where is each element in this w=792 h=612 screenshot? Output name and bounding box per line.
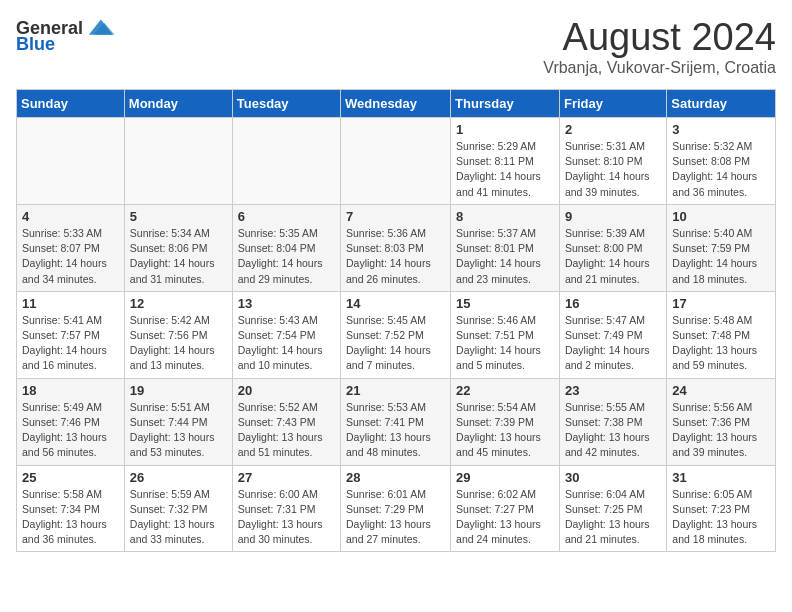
day-number: 17: [672, 296, 770, 311]
day-number: 7: [346, 209, 445, 224]
calendar-cell: 30Sunrise: 6:04 AM Sunset: 7:25 PM Dayli…: [559, 465, 666, 552]
day-number: 29: [456, 470, 554, 485]
day-info: Sunrise: 5:47 AM Sunset: 7:49 PM Dayligh…: [565, 313, 661, 374]
day-info: Sunrise: 5:52 AM Sunset: 7:43 PM Dayligh…: [238, 400, 335, 461]
calendar-cell: 3Sunrise: 5:32 AM Sunset: 8:08 PM Daylig…: [667, 118, 776, 205]
calendar-cell: 15Sunrise: 5:46 AM Sunset: 7:51 PM Dayli…: [451, 291, 560, 378]
calendar-cell: 7Sunrise: 5:36 AM Sunset: 8:03 PM Daylig…: [341, 204, 451, 291]
day-info: Sunrise: 5:56 AM Sunset: 7:36 PM Dayligh…: [672, 400, 770, 461]
day-info: Sunrise: 5:53 AM Sunset: 7:41 PM Dayligh…: [346, 400, 445, 461]
day-number: 5: [130, 209, 227, 224]
day-info: Sunrise: 5:39 AM Sunset: 8:00 PM Dayligh…: [565, 226, 661, 287]
day-info: Sunrise: 6:02 AM Sunset: 7:27 PM Dayligh…: [456, 487, 554, 548]
day-number: 18: [22, 383, 119, 398]
calendar: SundayMondayTuesdayWednesdayThursdayFrid…: [16, 89, 776, 552]
day-number: 1: [456, 122, 554, 137]
calendar-cell: 4Sunrise: 5:33 AM Sunset: 8:07 PM Daylig…: [17, 204, 125, 291]
calendar-week-4: 18Sunrise: 5:49 AM Sunset: 7:46 PM Dayli…: [17, 378, 776, 465]
day-info: Sunrise: 5:55 AM Sunset: 7:38 PM Dayligh…: [565, 400, 661, 461]
day-info: Sunrise: 5:40 AM Sunset: 7:59 PM Dayligh…: [672, 226, 770, 287]
calendar-week-2: 4Sunrise: 5:33 AM Sunset: 8:07 PM Daylig…: [17, 204, 776, 291]
day-info: Sunrise: 5:34 AM Sunset: 8:06 PM Dayligh…: [130, 226, 227, 287]
calendar-cell: 16Sunrise: 5:47 AM Sunset: 7:49 PM Dayli…: [559, 291, 666, 378]
weekday-header-saturday: Saturday: [667, 90, 776, 118]
calendar-cell: 14Sunrise: 5:45 AM Sunset: 7:52 PM Dayli…: [341, 291, 451, 378]
calendar-cell: [232, 118, 340, 205]
location: Vrbanja, Vukovar-Srijem, Croatia: [543, 59, 776, 77]
day-info: Sunrise: 6:01 AM Sunset: 7:29 PM Dayligh…: [346, 487, 445, 548]
calendar-cell: 31Sunrise: 6:05 AM Sunset: 7:23 PM Dayli…: [667, 465, 776, 552]
day-info: Sunrise: 5:42 AM Sunset: 7:56 PM Dayligh…: [130, 313, 227, 374]
day-info: Sunrise: 5:58 AM Sunset: 7:34 PM Dayligh…: [22, 487, 119, 548]
weekday-header-row: SundayMondayTuesdayWednesdayThursdayFrid…: [17, 90, 776, 118]
weekday-header-wednesday: Wednesday: [341, 90, 451, 118]
calendar-cell: 27Sunrise: 6:00 AM Sunset: 7:31 PM Dayli…: [232, 465, 340, 552]
day-number: 14: [346, 296, 445, 311]
day-number: 11: [22, 296, 119, 311]
weekday-header-tuesday: Tuesday: [232, 90, 340, 118]
day-info: Sunrise: 5:36 AM Sunset: 8:03 PM Dayligh…: [346, 226, 445, 287]
calendar-cell: 2Sunrise: 5:31 AM Sunset: 8:10 PM Daylig…: [559, 118, 666, 205]
day-number: 4: [22, 209, 119, 224]
day-number: 9: [565, 209, 661, 224]
calendar-week-3: 11Sunrise: 5:41 AM Sunset: 7:57 PM Dayli…: [17, 291, 776, 378]
calendar-cell: 21Sunrise: 5:53 AM Sunset: 7:41 PM Dayli…: [341, 378, 451, 465]
calendar-cell: [341, 118, 451, 205]
day-info: Sunrise: 5:31 AM Sunset: 8:10 PM Dayligh…: [565, 139, 661, 200]
day-number: 25: [22, 470, 119, 485]
weekday-header-monday: Monday: [124, 90, 232, 118]
day-number: 10: [672, 209, 770, 224]
day-number: 16: [565, 296, 661, 311]
calendar-cell: [17, 118, 125, 205]
day-number: 6: [238, 209, 335, 224]
day-number: 27: [238, 470, 335, 485]
day-number: 28: [346, 470, 445, 485]
day-number: 13: [238, 296, 335, 311]
day-info: Sunrise: 5:41 AM Sunset: 7:57 PM Dayligh…: [22, 313, 119, 374]
day-number: 21: [346, 383, 445, 398]
calendar-cell: 20Sunrise: 5:52 AM Sunset: 7:43 PM Dayli…: [232, 378, 340, 465]
calendar-cell: 9Sunrise: 5:39 AM Sunset: 8:00 PM Daylig…: [559, 204, 666, 291]
calendar-cell: 8Sunrise: 5:37 AM Sunset: 8:01 PM Daylig…: [451, 204, 560, 291]
title-block: August 2024 Vrbanja, Vukovar-Srijem, Cro…: [543, 16, 776, 77]
page-header: General Blue August 2024 Vrbanja, Vukova…: [16, 16, 776, 77]
day-info: Sunrise: 6:04 AM Sunset: 7:25 PM Dayligh…: [565, 487, 661, 548]
day-info: Sunrise: 5:51 AM Sunset: 7:44 PM Dayligh…: [130, 400, 227, 461]
logo: General Blue: [16, 16, 115, 55]
day-info: Sunrise: 5:37 AM Sunset: 8:01 PM Dayligh…: [456, 226, 554, 287]
weekday-header-thursday: Thursday: [451, 90, 560, 118]
calendar-cell: 10Sunrise: 5:40 AM Sunset: 7:59 PM Dayli…: [667, 204, 776, 291]
day-number: 2: [565, 122, 661, 137]
day-info: Sunrise: 5:43 AM Sunset: 7:54 PM Dayligh…: [238, 313, 335, 374]
calendar-cell: 19Sunrise: 5:51 AM Sunset: 7:44 PM Dayli…: [124, 378, 232, 465]
day-info: Sunrise: 5:46 AM Sunset: 7:51 PM Dayligh…: [456, 313, 554, 374]
calendar-cell: [124, 118, 232, 205]
month-title: August 2024: [543, 16, 776, 59]
day-info: Sunrise: 5:49 AM Sunset: 7:46 PM Dayligh…: [22, 400, 119, 461]
logo-icon: [85, 16, 115, 40]
day-number: 24: [672, 383, 770, 398]
calendar-cell: 23Sunrise: 5:55 AM Sunset: 7:38 PM Dayli…: [559, 378, 666, 465]
day-info: Sunrise: 6:00 AM Sunset: 7:31 PM Dayligh…: [238, 487, 335, 548]
calendar-week-1: 1Sunrise: 5:29 AM Sunset: 8:11 PM Daylig…: [17, 118, 776, 205]
calendar-cell: 17Sunrise: 5:48 AM Sunset: 7:48 PM Dayli…: [667, 291, 776, 378]
calendar-cell: 1Sunrise: 5:29 AM Sunset: 8:11 PM Daylig…: [451, 118, 560, 205]
calendar-cell: 25Sunrise: 5:58 AM Sunset: 7:34 PM Dayli…: [17, 465, 125, 552]
calendar-week-5: 25Sunrise: 5:58 AM Sunset: 7:34 PM Dayli…: [17, 465, 776, 552]
day-number: 26: [130, 470, 227, 485]
day-info: Sunrise: 5:32 AM Sunset: 8:08 PM Dayligh…: [672, 139, 770, 200]
day-info: Sunrise: 5:48 AM Sunset: 7:48 PM Dayligh…: [672, 313, 770, 374]
calendar-cell: 11Sunrise: 5:41 AM Sunset: 7:57 PM Dayli…: [17, 291, 125, 378]
weekday-header-sunday: Sunday: [17, 90, 125, 118]
day-number: 20: [238, 383, 335, 398]
day-info: Sunrise: 5:59 AM Sunset: 7:32 PM Dayligh…: [130, 487, 227, 548]
day-number: 3: [672, 122, 770, 137]
day-number: 8: [456, 209, 554, 224]
calendar-cell: 12Sunrise: 5:42 AM Sunset: 7:56 PM Dayli…: [124, 291, 232, 378]
calendar-cell: 18Sunrise: 5:49 AM Sunset: 7:46 PM Dayli…: [17, 378, 125, 465]
calendar-cell: 29Sunrise: 6:02 AM Sunset: 7:27 PM Dayli…: [451, 465, 560, 552]
weekday-header-friday: Friday: [559, 90, 666, 118]
calendar-cell: 6Sunrise: 5:35 AM Sunset: 8:04 PM Daylig…: [232, 204, 340, 291]
day-info: Sunrise: 6:05 AM Sunset: 7:23 PM Dayligh…: [672, 487, 770, 548]
day-number: 30: [565, 470, 661, 485]
